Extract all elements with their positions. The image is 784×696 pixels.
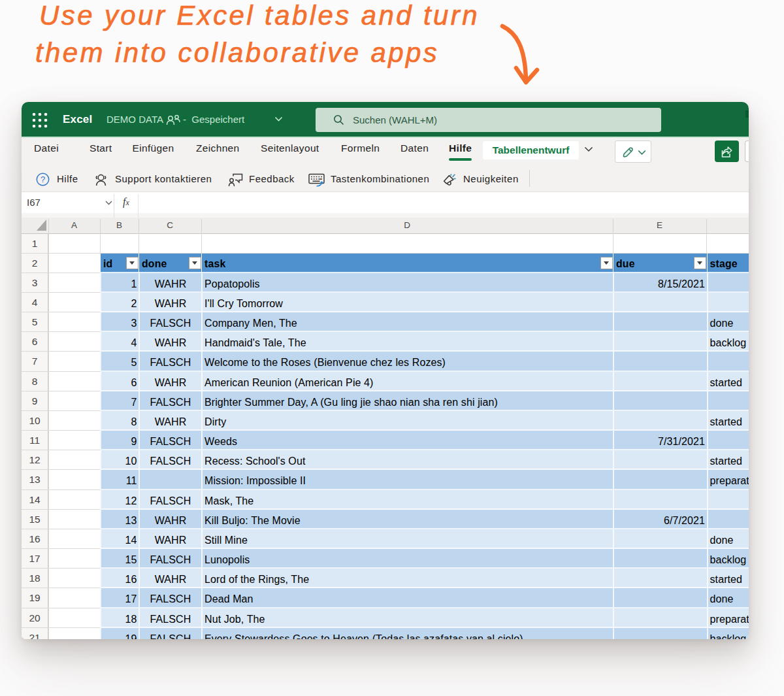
svg-text:?: ? [41, 174, 45, 184]
